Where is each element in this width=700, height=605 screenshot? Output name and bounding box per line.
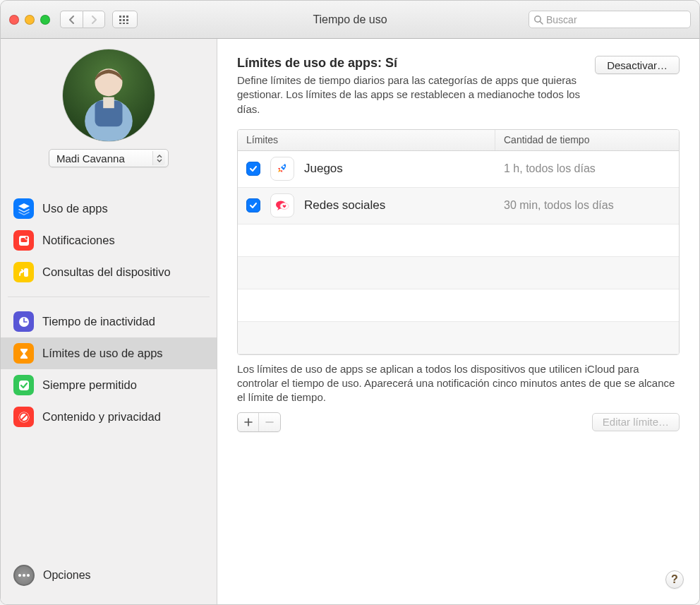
limit-checkbox[interactable] [246,162,260,176]
options-label: Opciones [43,569,91,582]
svg-point-26 [23,574,25,577]
divider [8,296,210,297]
chevron-updown-icon [152,151,165,165]
sidebar-item-consultas-dispositivo[interactable]: Consultas del dispositivo [1,256,217,288]
back-button[interactable] [60,11,83,28]
sidebar-item-label: Siempre permitido [42,378,137,392]
limit-name: Juegos [304,162,343,176]
svg-rect-4 [123,19,125,21]
limit-checkbox[interactable] [246,198,260,212]
user-select[interactable]: Madi Cavanna [49,149,169,167]
sidebar-item-notificaciones[interactable]: Notificaciones [1,224,217,256]
chat-heart-icon [270,193,294,217]
pickup-icon [13,262,34,282]
user-select-value: Madi Cavanna [56,152,125,164]
preferences-window: Tiempo de uso [0,0,700,605]
add-remove-control [237,412,281,432]
search-icon [533,15,543,25]
bell-square-icon [13,230,34,251]
table-row [238,224,679,257]
show-all-prefs-button[interactable] [112,11,138,28]
check-shield-icon [13,375,34,395]
col-limits-header[interactable]: Límites [238,130,495,150]
svg-rect-5 [126,19,128,21]
sidebar-item-label: Tiempo de inactividad [42,315,155,328]
sidebar-item-label: Contenido y privacidad [42,410,161,424]
sidebar-item-label: Límites de uso de apps [42,347,163,360]
main-panel: Límites de uso de apps: Sí Define límite… [217,39,699,604]
hourglass-icon [13,343,34,364]
svg-point-29 [282,166,284,168]
check-icon [249,164,258,173]
svg-point-27 [27,574,30,577]
window-body: Madi Cavanna Uso de appsNotificacionesCo… [1,39,699,604]
avatar-block: Madi Cavanna [1,49,217,176]
zoom-window-button[interactable] [40,15,50,25]
sidebar-item-siempre-permitido[interactable]: Siempre permitido [1,369,217,401]
svg-rect-19 [24,268,28,277]
plus-icon [244,418,253,426]
sidebar: Madi Cavanna Uso de appsNotificacionesCo… [1,39,217,604]
svg-line-10 [540,21,543,24]
nav-buttons [60,11,105,28]
minimize-window-button[interactable] [25,15,35,25]
svg-rect-8 [126,23,128,24]
sidebar-item-label: Consultas del dispositivo [42,265,171,279]
sidebar-item-contenido-privacidad[interactable]: Contenido y privacidad [1,401,217,433]
user-avatar [62,49,155,142]
limit-time: 1 h, todos los días [495,162,679,175]
sidebar-item-tiempo-inactividad[interactable]: Tiempo de inactividad [1,306,217,337]
svg-rect-14 [103,97,114,109]
sidebar-nav: Uso de appsNotificacionesConsultas del d… [1,188,217,437]
check-icon [249,201,258,210]
svg-rect-3 [119,19,121,21]
limits-table: Límites Cantidad de tiempo Juegos1 h, to… [237,129,680,355]
titlebar: Tiempo de uso [1,1,699,39]
svg-rect-6 [119,23,121,24]
sidebar-item-limites-apps[interactable]: Límites de uso de apps [1,337,217,369]
sidebar-item-uso-de-apps[interactable]: Uso de apps [1,193,217,224]
svg-rect-2 [126,16,128,18]
add-limit-button[interactable] [238,413,259,431]
limit-name: Redes sociales [304,198,385,212]
avatar-image [63,49,155,141]
forward-button[interactable] [83,11,105,28]
sidebar-item-label: Notificaciones [42,234,115,247]
svg-rect-0 [119,16,121,18]
help-button[interactable]: ? [665,570,684,589]
sidebar-item-options[interactable]: Opciones [1,565,217,604]
options-icon [13,565,35,586]
no-entry-icon [13,407,34,427]
table-row [238,289,679,322]
limit-time: 30 min, todos los días [495,199,679,212]
page-title: Límites de uso de apps: Sí [237,56,595,71]
table-row [238,257,679,289]
sidebar-item-label: Uso de apps [42,202,108,215]
table-row[interactable]: Redes sociales30 min, todos los días [238,188,679,224]
search-input[interactable] [546,14,686,25]
remove-limit-button[interactable] [259,413,280,431]
edit-limit-button[interactable]: Editar límite… [592,413,680,431]
page-description: Define límites de tiempo diarios para la… [237,73,595,116]
layers-icon [13,198,34,219]
svg-point-25 [18,574,21,577]
table-header: Límites Cantidad de tiempo [238,130,679,151]
grid-icon [119,16,131,24]
svg-point-18 [25,236,28,239]
close-window-button[interactable] [9,15,19,25]
table-row[interactable]: Juegos1 h, todos los días [238,151,679,188]
traffic-lights [9,15,50,25]
minus-icon [265,418,274,426]
svg-rect-1 [123,16,125,18]
table-controls: Editar límite… [237,412,680,432]
rocket-icon [270,157,294,181]
table-row [238,322,679,354]
svg-rect-7 [123,23,125,24]
deactivate-button[interactable]: Desactivar… [595,56,680,74]
col-time-header[interactable]: Cantidad de tiempo [495,130,679,150]
search-field-wrap[interactable] [529,11,691,28]
help-icon: ? [671,573,678,586]
footnote: Los límites de uso de apps se aplican a … [237,362,680,405]
moon-clock-icon [13,311,34,332]
